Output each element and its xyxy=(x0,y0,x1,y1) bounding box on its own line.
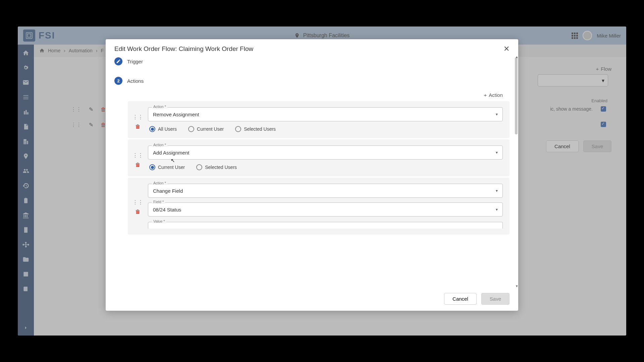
step-trigger-icon xyxy=(114,57,122,65)
field-label: Value * xyxy=(152,219,166,223)
caret-down-icon: ▾ xyxy=(496,188,498,193)
add-action-button[interactable]: + Action xyxy=(128,91,509,101)
action-select[interactable]: Add Assignment ▾ xyxy=(148,145,503,160)
drag-handle-icon[interactable]: ⋮⋮ xyxy=(132,114,143,120)
delete-action-icon[interactable]: 🗑 xyxy=(135,162,141,168)
field-label: Action * xyxy=(152,143,167,147)
drag-handle-icon[interactable]: ⋮⋮ xyxy=(132,199,143,205)
field-label: Field * xyxy=(152,200,165,204)
field-label: Action * xyxy=(152,105,167,109)
field-select[interactable]: 08/24 Status ▾ xyxy=(148,202,503,217)
delete-action-icon[interactable]: 🗑 xyxy=(135,209,141,215)
modal-overlay: Edit Work Order Flow: Claiming Work Orde… xyxy=(18,26,626,336)
scrollbar[interactable] xyxy=(515,57,518,134)
modal-save-button[interactable]: Save xyxy=(481,293,509,305)
step-actions-number: 2 xyxy=(114,77,122,85)
step-actions-label: Actions xyxy=(127,78,144,84)
scroll-down-arrow-icon[interactable]: ▾ xyxy=(516,284,518,288)
scroll-up-arrow-icon[interactable]: ▴ xyxy=(516,55,518,59)
radio-current-user[interactable]: Current User xyxy=(188,126,224,132)
action-select[interactable]: Remove Assignment ▾ xyxy=(148,107,503,121)
edit-flow-modal: Edit Work Order Flow: Claiming Work Orde… xyxy=(106,39,518,311)
action-card: ⋮⋮ 🗑 Action * Change Field ▾ xyxy=(128,178,509,235)
action-select[interactable]: Change Field ▾ xyxy=(148,184,503,198)
action-card: ↖ ⋮⋮ 🗑 Action * Remove Assignment xyxy=(128,101,509,138)
radio-current-user[interactable]: Current User xyxy=(149,164,185,170)
modal-cancel-button[interactable]: Cancel xyxy=(444,293,477,305)
step-actions[interactable]: 2 Actions xyxy=(114,75,509,87)
action-card: ⋮⋮ 🗑 Action * Add Assignment ▾ xyxy=(128,139,509,176)
value-select[interactable] xyxy=(148,222,503,229)
close-icon[interactable]: ✕ xyxy=(503,45,509,53)
caret-down-icon: ▾ xyxy=(496,207,498,212)
radio-selected-users[interactable]: Selected Users xyxy=(196,164,237,170)
radio-selected-users[interactable]: Selected Users xyxy=(235,126,276,132)
caret-down-icon: ▾ xyxy=(496,112,498,117)
plus-icon: + xyxy=(484,92,487,98)
drag-handle-icon[interactable]: ⋮⋮ xyxy=(132,152,143,159)
radio-all-users[interactable]: All Users xyxy=(149,126,177,132)
step-trigger[interactable]: Trigger xyxy=(114,55,509,67)
caret-down-icon: ▾ xyxy=(496,150,498,155)
step-trigger-label: Trigger xyxy=(127,59,143,64)
field-label: Action * xyxy=(152,181,167,185)
modal-title: Edit Work Order Flow: Claiming Work Orde… xyxy=(114,45,253,53)
delete-action-icon[interactable]: 🗑 xyxy=(135,124,141,130)
